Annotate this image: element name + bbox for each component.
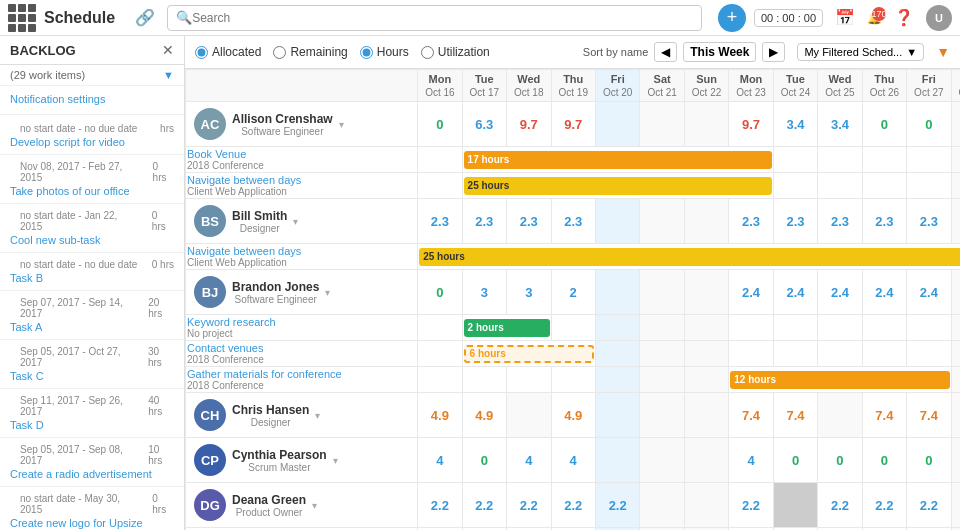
empty-cell: [595, 315, 639, 341]
value-cell: 9.7: [729, 102, 773, 147]
column-header-Oct-23: MonOct 23: [729, 70, 773, 102]
empty-cell: [951, 147, 960, 173]
task-bar-cell: 12 hours: [729, 367, 951, 393]
value-cell: 2: [551, 270, 595, 315]
value-cell: [640, 483, 684, 528]
task-name-cell: Gather materials for conference 2018 Con…: [186, 367, 418, 393]
value-cell: 2.3: [507, 199, 551, 244]
empty-cell: [595, 367, 639, 393]
person-cell: CH Chris Hansen Designer ▾: [186, 393, 418, 438]
search-input[interactable]: [192, 11, 693, 25]
notification-settings-link[interactable]: Notification settings: [10, 93, 105, 105]
value-cell: 4.9: [418, 393, 462, 438]
value-cell: 4.9: [551, 393, 595, 438]
person-cell: BJ Brandon Jones Software Engineer ▾: [186, 270, 418, 315]
column-header-Oct-19: ThuOct 19: [551, 70, 595, 102]
empty-cell: [418, 341, 462, 367]
empty-cell: [773, 341, 817, 367]
help-icon[interactable]: ❓: [890, 6, 918, 29]
empty-cell: [418, 315, 462, 341]
task-row: Book Venue 2018 Conference 17 hours: [186, 147, 961, 173]
schedule-grid[interactable]: MonOct 16TueOct 17WedOct 18ThuOct 19FriO…: [185, 69, 960, 530]
value-cell: 3: [507, 270, 551, 315]
filter-funnel-icon[interactable]: ▼: [936, 44, 950, 60]
value-cell: 2.2: [462, 483, 506, 528]
expand-chevron[interactable]: ▾: [333, 455, 338, 466]
notification-bell[interactable]: 🔔 170: [867, 11, 882, 25]
radio-utilization[interactable]: Utilization: [421, 45, 490, 59]
empty-cell: [729, 315, 773, 341]
value-cell: [640, 102, 684, 147]
next-week-button[interactable]: ▶: [762, 42, 785, 62]
search-box[interactable]: 🔍: [167, 5, 702, 31]
value-cell: 0: [418, 102, 462, 147]
empty-cell: [773, 147, 817, 173]
value-cell: 3.4: [773, 102, 817, 147]
value-cell: 2.3: [729, 199, 773, 244]
empty-cell: [684, 315, 728, 341]
sidebar-item: Sep 11, 2017 - Sep 26, 2017 40 hrs Task …: [0, 389, 184, 438]
expand-chevron[interactable]: ▾: [339, 119, 344, 130]
empty-cell: [640, 367, 684, 393]
value-cell: 0: [418, 270, 462, 315]
value-cell: 0: [818, 438, 862, 483]
person-row: CP Cynthia Pearson Scrum Master ▾ 404440…: [186, 438, 961, 483]
value-cell: 2.3: [818, 199, 862, 244]
sidebar-close[interactable]: ✕: [162, 42, 174, 58]
value-cell: 2.3: [907, 199, 951, 244]
value-cell: 2.3: [773, 199, 817, 244]
value-cell: 7.4: [907, 393, 951, 438]
value-cell: 2.4: [907, 270, 951, 315]
radio-hours[interactable]: Hours: [360, 45, 409, 59]
empty-cell: [684, 367, 728, 393]
value-cell: 2.2: [729, 483, 773, 528]
link-icon[interactable]: 🔗: [131, 6, 159, 29]
empty-cell: [684, 341, 728, 367]
person-row: AC Allison Crenshaw Software Engineer ▾ …: [186, 102, 961, 147]
radio-remaining[interactable]: Remaining: [273, 45, 347, 59]
empty-cell: [818, 315, 862, 341]
expand-chevron[interactable]: ▾: [325, 287, 330, 298]
add-button[interactable]: +: [718, 4, 746, 32]
this-week-button[interactable]: This Week: [683, 42, 756, 62]
value-cell: 2.2: [418, 483, 462, 528]
person-row: BJ Brandon Jones Software Engineer ▾ 033…: [186, 270, 961, 315]
value-cell: 2.3: [462, 199, 506, 244]
person-cell: DG Deana Green Product Owner ▾: [186, 483, 418, 528]
expand-chevron[interactable]: ▾: [293, 216, 298, 227]
value-cell: [684, 438, 728, 483]
value-cell: [684, 483, 728, 528]
task-row: Contact venues 2018 Conference 6 hours: [186, 341, 961, 367]
person-row: CH Chris Hansen Designer ▾ 4.94.94.97.47…: [186, 393, 961, 438]
task-bar-cell: 17 hours: [462, 147, 773, 173]
toolbar: Allocated Remaining Hours Utilization So…: [185, 36, 960, 69]
value-cell: 0: [862, 102, 906, 147]
column-header-Oct-21: SatOct 21: [640, 70, 684, 102]
user-avatar[interactable]: U: [926, 5, 952, 31]
prev-week-button[interactable]: ◀: [654, 42, 677, 62]
grid-icon[interactable]: [8, 4, 36, 32]
calendar-icon[interactable]: 📅: [831, 6, 859, 29]
task-bar-cell: 2 hours: [462, 315, 551, 341]
value-cell: [595, 438, 639, 483]
empty-cell: [507, 367, 551, 393]
sidebar-item: no start date - Jan 22, 2015 0 hrs Cool …: [0, 204, 184, 253]
expand-chevron[interactable]: ▾: [315, 410, 320, 421]
value-cell: 2.2: [862, 483, 906, 528]
person-row: BS Bill Smith Designer ▾ 2.32.32.32.32.3…: [186, 199, 961, 244]
value-cell: [684, 102, 728, 147]
task-name-cell: Navigate between days Client Web Applica…: [186, 173, 418, 199]
empty-cell: [462, 367, 506, 393]
value-cell: [595, 102, 639, 147]
empty-cell: [862, 341, 906, 367]
filter-select[interactable]: My Filtered Sched... ▼: [797, 43, 924, 61]
value-cell: [818, 393, 862, 438]
value-cell: 0: [773, 438, 817, 483]
value-cell: 4: [507, 438, 551, 483]
value-cell: 2.4: [729, 270, 773, 315]
expand-chevron[interactable]: ▾: [312, 500, 317, 511]
column-header-name: [186, 70, 418, 102]
radio-allocated[interactable]: Allocated: [195, 45, 261, 59]
task-bar-cell: 6 hours: [462, 341, 595, 367]
filter-icon[interactable]: ▼: [163, 69, 174, 81]
